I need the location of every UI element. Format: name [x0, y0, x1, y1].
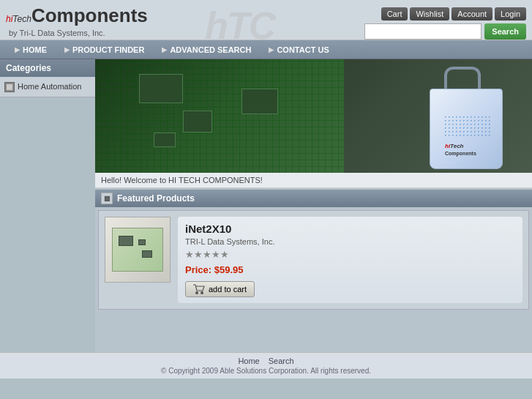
nav-product-finder[interactable]: ▶ PRODUCT FINDER [56, 40, 153, 59]
banner: hiTech Components [95, 59, 532, 173]
circuit-chip-3 [241, 89, 278, 114]
cart-icon-small [193, 284, 205, 294]
footer-copyright: © Copyright 2009 Able Solutions Corporat… [4, 367, 528, 375]
add-to-cart-label: add to cart [209, 285, 247, 294]
footer-link-search[interactable]: Search [269, 357, 294, 365]
product-stars: ★★★★★ [185, 249, 515, 260]
product-area: iNet2X10 TRI-L Data Systems, Inc. ★★★★★ … [98, 210, 529, 310]
board-chip-3 [138, 239, 146, 245]
nav-arrow-contact: ▶ [269, 46, 274, 53]
main-layout: Categories Home Automation [0, 59, 532, 352]
header-right: Cart Wishlist Account Login Search [364, 4, 526, 40]
sidebar: Categories Home Automation [0, 59, 95, 352]
bag-handle [444, 67, 481, 89]
nav-contact-label: CONTACT US [277, 45, 329, 54]
categories-header: Categories [0, 59, 95, 77]
logo-components: Components [31, 4, 148, 26]
board-chip-1 [119, 236, 133, 246]
product-circuit-board [112, 228, 163, 272]
logo: hiTechComponents [6, 4, 148, 27]
circuit-chip-4 [154, 133, 176, 147]
footer-links: Home Search [4, 357, 528, 365]
nav-arrow-search: ▶ [162, 46, 167, 53]
header: hiTechComponents by Tri-L Data Systems, … [0, 0, 532, 40]
login-button[interactable]: Login [495, 7, 526, 20]
cart-button[interactable]: Cart [381, 7, 408, 20]
banner-shopping-bag: hiTech Components [422, 67, 510, 169]
board-chip-2 [142, 250, 152, 258]
logo-subtitle: by Tri-L Data Systems, Inc. [9, 29, 148, 37]
product-name: iNet2X10 [185, 223, 515, 235]
bag-logo-components: Components [445, 151, 476, 156]
product-price: Price: $59.95 [185, 264, 515, 275]
search-button[interactable]: Search [484, 23, 526, 40]
nav-advanced-search[interactable]: ▶ ADVANCED SEARCH [153, 40, 260, 59]
featured-icon: ▦ [101, 193, 113, 204]
navbar: ▶ HOME ▶ PRODUCT FINDER ▶ ADVANCED SEARC… [0, 40, 532, 59]
footer: Home Search © Copyright 2009 Able Soluti… [0, 352, 532, 379]
svg-point-0 [195, 291, 198, 294]
bag-dots-decoration [443, 115, 491, 137]
logo-hi: hi [6, 14, 12, 24]
banner-circuit-bg [95, 59, 344, 173]
bag-logo-content: hiTech Components [445, 142, 476, 157]
sidebar-item-home-automation[interactable]: Home Automation [0, 77, 95, 97]
add-to-cart-button[interactable]: add to cart [185, 281, 255, 297]
account-button[interactable]: Account [452, 7, 492, 20]
content-area: hiTech Components Hello! Welcome to HI T… [95, 59, 532, 352]
featured-products-header: ▦ Featured Products [95, 190, 532, 207]
nav-product-finder-label: PRODUCT FINDER [72, 45, 144, 54]
featured-icon-shape: ▦ [104, 195, 110, 202]
featured-label: Featured Products [117, 193, 195, 204]
sidebar-item-label: Home Automation [18, 81, 81, 92]
product-details: iNet2X10 TRI-L Data Systems, Inc. ★★★★★ … [178, 217, 522, 303]
logo-tech: Tech [12, 14, 31, 24]
circuit-chip-2 [183, 111, 212, 133]
nav-advanced-search-label: ADVANCED SEARCH [170, 45, 251, 54]
bag-logo-tech: Tech [450, 143, 463, 149]
welcome-bar: Hello! Welcome to HI TECH COMPONENTS! [95, 173, 532, 188]
bag-shape: hiTech Components [430, 89, 503, 169]
product-vendor: TRI-L Data Systems, Inc. [185, 237, 515, 246]
logo-area: hiTechComponents by Tri-L Data Systems, … [6, 4, 148, 37]
nav-home[interactable]: ▶ HOME [6, 40, 56, 59]
search-input[interactable] [364, 23, 482, 40]
footer-link-home[interactable]: Home [238, 357, 259, 365]
circuit-chip-1 [139, 74, 183, 103]
wishlist-button[interactable]: Wishlist [410, 7, 449, 20]
nav-contact-us[interactable]: ▶ CONTACT US [260, 40, 337, 59]
top-buttons: Cart Wishlist Account Login [381, 7, 526, 20]
svg-point-1 [201, 291, 203, 294]
nav-home-label: HOME [23, 45, 47, 54]
search-bar: Search [364, 23, 526, 40]
sidebar-item-icon [4, 82, 15, 92]
product-image [105, 217, 171, 283]
nav-arrow-finder: ▶ [64, 46, 70, 53]
nav-arrow-home: ▶ [15, 46, 20, 53]
sidebar-items: Home Automation [0, 77, 95, 97]
sidebar-icon-inner [7, 84, 12, 90]
